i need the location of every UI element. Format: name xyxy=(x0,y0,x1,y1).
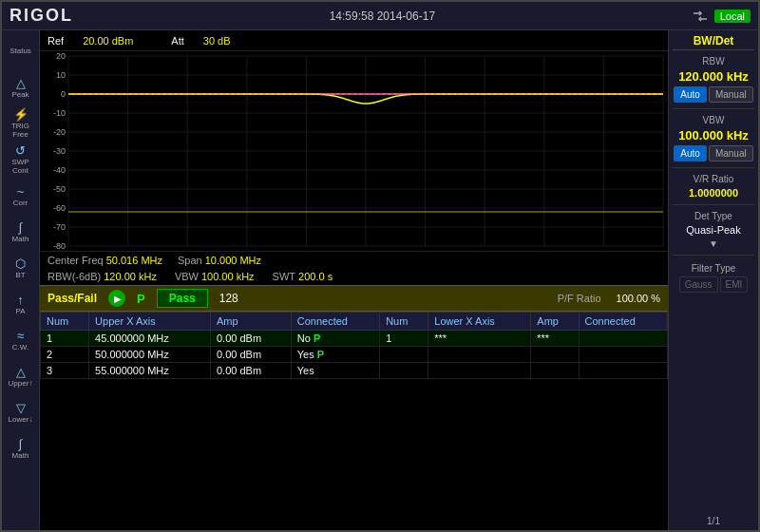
cell-lower-num: 1 xyxy=(380,331,428,347)
col-upper-connected: Connected xyxy=(291,313,379,331)
divider-3 xyxy=(673,204,754,205)
vbw-panel-value: 100.000 kHz xyxy=(678,128,749,142)
span-label: Span xyxy=(178,255,202,266)
span-value: 10.000 MHz xyxy=(205,255,261,266)
spectrum-header: Ref 20.00 dBm Att 30 dB xyxy=(40,30,668,51)
vbw-section: VBW 100.000 kHz Auto Manual xyxy=(673,115,754,162)
sidebar-item-lower[interactable]: ▽ Lower↓ xyxy=(4,395,38,429)
passfail-bar: Pass/Fail ▶ P Pass 128 P/F Ratio 100.00 … xyxy=(40,285,668,312)
sidebar-item-trig[interactable]: ⚡ TRIGFree xyxy=(4,106,38,141)
limit-table-area: Num Upper X Axis Amp Connected Num Lower… xyxy=(40,312,668,379)
cw-icon: ≈ xyxy=(17,329,24,343)
swt-label: SWT xyxy=(273,271,295,282)
cell-lower-amp: *** xyxy=(531,331,579,347)
page-indicator: 1/1 xyxy=(673,516,754,526)
pf-ratio-label: P/F Ratio xyxy=(558,293,601,304)
cell-lower-x: *** xyxy=(428,331,531,347)
sidebar-item-cw[interactable]: ≈ C.W. xyxy=(4,323,38,357)
vr-section-title: V/R Ratio xyxy=(694,174,734,184)
cell-num: 2 xyxy=(41,347,89,363)
spectrum-canvas xyxy=(40,51,668,251)
filter-btn-row: Gauss EMI xyxy=(679,276,749,293)
vbw-auto-button[interactable]: Auto xyxy=(674,145,707,162)
main-area: Status △ Peak ⚡ TRIGFree ↺ SWPCont ~ Cor… xyxy=(2,30,758,530)
sidebar-item-corr[interactable]: ~ Corr xyxy=(4,179,38,213)
panel-title: BW/Det xyxy=(673,34,754,50)
rbw-section: RBW 120.000 kHz Auto Manual xyxy=(673,56,754,103)
rbw-label: RBW(-6dB) xyxy=(48,271,101,282)
cell-lower-conn xyxy=(579,347,667,363)
vbw-manual-button[interactable]: Manual xyxy=(709,145,753,162)
table-row: 3 55.000000 MHz 0.00 dBm Yes xyxy=(41,363,668,379)
cell-lower-conn xyxy=(579,363,667,379)
cell-upper-x: 55.000000 MHz xyxy=(89,363,211,379)
cell-upper-amp: 0.00 dBm xyxy=(211,363,292,379)
sidebar-item-upper[interactable]: △ Upper↑ xyxy=(4,359,38,393)
cell-upper-x: 45.000000 MHz xyxy=(89,331,211,347)
gauss-button[interactable]: Gauss xyxy=(679,276,718,293)
top-right-controls: Local xyxy=(692,10,750,23)
sidebar-item-bt[interactable]: ⬡ BT xyxy=(4,251,38,285)
chevron-down-icon: ▼ xyxy=(709,238,718,249)
pass-result-label: Pass xyxy=(157,289,208,308)
rbw-btn-row: Auto Manual xyxy=(674,86,752,103)
right-panel: BW/Det RBW 120.000 kHz Auto Manual VBW 1… xyxy=(668,30,758,530)
sidebar-item-math[interactable]: ∫ Math xyxy=(4,215,38,249)
ref-label: Ref xyxy=(48,35,64,47)
col-lower-connected: Connected xyxy=(579,313,667,331)
table-row: 2 50.000000 MHz 0.00 dBm Yes P xyxy=(41,347,668,363)
datetime-display: 14:59:58 2014-06-17 xyxy=(330,10,435,23)
divider-2 xyxy=(673,167,754,168)
vbw-value: 100.00 kHz xyxy=(201,271,255,282)
rbw-auto-button[interactable]: Auto xyxy=(674,86,707,103)
freq-info-bar: Center Freq 50.016 MHz Span 10.000 MHz R… xyxy=(40,251,668,285)
center-freq-value: 50.016 MHz xyxy=(106,255,162,266)
pa-icon: ↑ xyxy=(17,293,24,307)
rbw-value: 120.00 kHz xyxy=(104,271,157,282)
det-type-value: Quasi-Peak xyxy=(686,224,740,236)
vbw-label: VBW xyxy=(175,271,199,282)
cell-lower-amp xyxy=(531,347,579,363)
filter-type-section: Filter Type Gauss EMI xyxy=(673,263,754,293)
cell-upper-amp: 0.00 dBm xyxy=(211,347,292,363)
col-upper-x-axis: Upper X Axis xyxy=(89,313,211,331)
limit-table: Num Upper X Axis Amp Connected Num Lower… xyxy=(40,312,668,379)
vbw-btn-row: Auto Manual xyxy=(674,145,752,162)
cell-lower-x xyxy=(428,363,531,379)
cell-upper-x: 50.000000 MHz xyxy=(89,347,211,363)
table-row: 1 45.000000 MHz 0.00 dBm No P 1 *** *** xyxy=(41,331,668,347)
sidebar-item-pa[interactable]: ↑ PA xyxy=(4,287,38,321)
rbw-manual-button[interactable]: Manual xyxy=(709,86,753,103)
pf-p-label: P xyxy=(137,292,145,306)
sidebar-item-swp[interactable]: ↺ SWPCont xyxy=(4,142,38,177)
p-green-label: P xyxy=(317,349,324,360)
cell-upper-conn: No P xyxy=(291,331,379,347)
rbw-panel-value: 120.000 kHz xyxy=(678,69,749,84)
cell-upper-amp: 0.00 dBm xyxy=(211,331,292,347)
cell-lower-conn xyxy=(579,331,667,347)
math2-icon: ∫ xyxy=(19,437,23,451)
divider-4 xyxy=(673,255,754,256)
local-badge: Local xyxy=(714,10,750,23)
swp-icon: ↺ xyxy=(15,143,26,158)
pf-count: 128 xyxy=(219,292,238,305)
vr-section: V/R Ratio 1.0000000 xyxy=(673,174,754,199)
lower-icon: ▽ xyxy=(16,401,26,415)
vbw-section-title: VBW xyxy=(703,115,725,125)
att-label: Att xyxy=(171,35,183,47)
transfer-icon xyxy=(692,10,709,23)
sidebar-item-peak[interactable]: △ Peak xyxy=(4,70,38,104)
math-icon: ∫ xyxy=(19,220,23,235)
bt-icon: ⬡ xyxy=(15,256,26,271)
cell-lower-x xyxy=(428,347,531,363)
filter-type-title: Filter Type xyxy=(692,263,736,274)
cell-upper-conn: Yes xyxy=(291,363,379,379)
emi-button[interactable]: EMI xyxy=(720,276,749,293)
det-type-title: Det Type xyxy=(694,211,732,221)
cell-num: 3 xyxy=(41,363,89,379)
top-bar: RIGOL 14:59:58 2014-06-17 Local xyxy=(2,2,758,30)
col-num-lower: Num xyxy=(380,313,428,331)
col-lower-x-axis: Lower X Axis xyxy=(428,313,531,331)
sidebar-item-math2[interactable]: ∫ Math xyxy=(4,431,38,466)
play-button[interactable]: ▶ xyxy=(108,290,125,307)
